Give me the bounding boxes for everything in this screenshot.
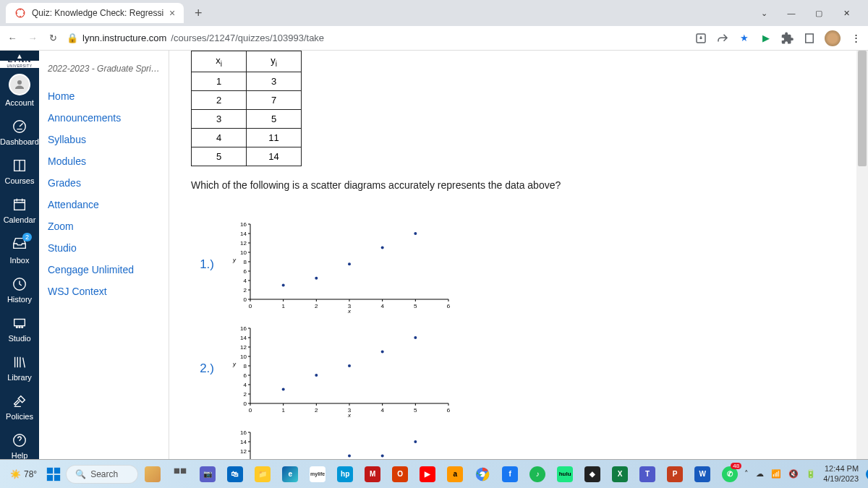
- nav-courses[interactable]: Courses: [0, 152, 39, 191]
- answer-option[interactable]: 2.)02468101214160123456xy: [191, 324, 846, 418]
- maximize-button[interactable]: ▢: [812, 9, 826, 18]
- close-window-button[interactable]: ✕: [839, 9, 854, 18]
- url-path: /courses/21247/quizzes/103993/take: [171, 33, 324, 43]
- svg-point-7: [17, 80, 22, 85]
- browser-tab[interactable]: Quiz: Knowledge Check: Regressi ×: [6, 3, 184, 23]
- svg-point-96: [381, 350, 384, 353]
- course-breadcrumb[interactable]: 2022-2023 - Graduate Sprin...: [48, 64, 160, 74]
- minimize-button[interactable]: —: [784, 9, 799, 18]
- nav-studio[interactable]: Studio: [0, 309, 39, 348]
- svg-text:10: 10: [240, 249, 247, 256]
- table-header-x: xi: [192, 51, 247, 72]
- svg-text:4: 4: [244, 278, 247, 284]
- nav-library[interactable]: Library: [0, 348, 39, 388]
- svg-text:0: 0: [249, 407, 252, 414]
- course-link-home[interactable]: Home: [48, 85, 160, 107]
- svg-text:6: 6: [244, 268, 247, 275]
- install-icon[interactable]: [694, 32, 707, 45]
- course-link-modules[interactable]: Modules: [48, 150, 160, 172]
- course-link-announcements[interactable]: Announcements: [48, 107, 160, 129]
- bookmark-star-icon[interactable]: ★: [738, 32, 751, 45]
- content-scrollbar[interactable]: ▲: [856, 51, 868, 459]
- new-tab-button[interactable]: +: [190, 4, 207, 22]
- back-button[interactable]: ←: [6, 33, 19, 43]
- history-icon: [12, 276, 27, 292]
- nav-inbox[interactable]: 2 Inbox: [0, 230, 39, 270]
- course-link-zoom[interactable]: Zoom: [48, 215, 160, 237]
- svg-text:14: 14: [240, 335, 247, 341]
- answer-option[interactable]: 3.)02468101214160123456xy: [191, 428, 846, 459]
- tab-title: Quiz: Knowledge Check: Regressi: [32, 8, 163, 18]
- tab-strip: Quiz: Knowledge Check: Regressi × + ⌄ — …: [0, 0, 868, 26]
- svg-text:6: 6: [447, 303, 451, 309]
- nav-policies[interactable]: Policies: [0, 388, 39, 427]
- svg-point-55: [381, 246, 384, 249]
- svg-text:6: 6: [447, 407, 451, 414]
- nav-label: Library: [7, 373, 32, 382]
- svg-point-95: [348, 364, 351, 367]
- scrollbar-thumb[interactable]: [858, 51, 867, 166]
- share-icon[interactable]: [716, 32, 729, 45]
- course-link-studio[interactable]: Studio: [48, 237, 160, 259]
- nav-label: Studio: [8, 334, 30, 343]
- course-link-attendance[interactable]: Attendance: [48, 194, 160, 215]
- svg-point-52: [282, 283, 285, 286]
- table-row: 35: [192, 109, 302, 128]
- forward-button[interactable]: →: [26, 33, 39, 43]
- svg-point-1: [20, 9, 21, 10]
- window-controls: ⌄ — ▢ ✕: [757, 9, 862, 18]
- svg-point-136: [348, 454, 351, 457]
- svg-text:12: 12: [240, 448, 247, 455]
- course-link-syllabus[interactable]: Syllabus: [48, 129, 160, 150]
- nav-label: Courses: [5, 176, 35, 185]
- svg-text:y: y: [232, 361, 237, 367]
- svg-text:1: 1: [281, 407, 285, 414]
- svg-text:4: 4: [244, 382, 247, 388]
- reading-list-icon[interactable]: [803, 32, 816, 45]
- address-bar[interactable]: 🔒 lynn.instructure.com/courses/21247/qui…: [67, 33, 324, 43]
- nav-scroll-up[interactable]: ▲: [0, 51, 39, 61]
- profile-avatar[interactable]: [825, 30, 841, 46]
- svg-text:6: 6: [244, 372, 247, 379]
- svg-text:14: 14: [240, 231, 247, 237]
- svg-point-56: [414, 232, 417, 235]
- inbox-badge: 2: [22, 233, 32, 241]
- svg-point-97: [414, 336, 417, 339]
- calendar-icon: [12, 197, 27, 213]
- chart-options: 1.)02468101214160123456xy2.)024681012141…: [191, 220, 846, 459]
- nav-label: Dashboard: [0, 137, 39, 146]
- chevron-down-icon[interactable]: ⌄: [757, 9, 771, 18]
- svg-text:2: 2: [244, 391, 247, 398]
- course-link-wsj[interactable]: WSJ Context: [48, 281, 160, 302]
- more-menu-icon[interactable]: ⋮: [849, 32, 862, 45]
- course-link-grades[interactable]: Grades: [48, 172, 160, 194]
- course-link-cengage[interactable]: Cengage Unlimited: [48, 259, 160, 281]
- svg-text:16: 16: [240, 221, 247, 228]
- svg-text:8: 8: [244, 363, 247, 369]
- nav-history[interactable]: History: [0, 270, 39, 309]
- reload-button[interactable]: ↻: [46, 33, 59, 43]
- tab-close-icon[interactable]: ×: [169, 7, 175, 19]
- answer-option[interactable]: 1.)02468101214160123456xy: [191, 220, 846, 314]
- svg-text:0: 0: [244, 296, 247, 303]
- nav-label: Inbox: [10, 256, 30, 265]
- user-avatar-icon: [9, 74, 30, 95]
- nav-calendar[interactable]: Calendar: [0, 191, 39, 230]
- svg-text:4: 4: [380, 303, 384, 309]
- nav-help[interactable]: Help: [0, 427, 39, 459]
- nav-account[interactable]: Account: [0, 68, 39, 113]
- table-row: 514: [192, 147, 302, 166]
- quiz-content: xiyi 13 27 35 411 514 Which of the follo…: [169, 51, 868, 459]
- extensions-icon[interactable]: [781, 32, 794, 45]
- svg-text:4: 4: [380, 407, 384, 414]
- library-icon: [12, 354, 27, 370]
- help-icon: [12, 432, 27, 448]
- svg-point-13: [19, 327, 20, 328]
- option-label: 3.): [191, 428, 214, 459]
- nav-label: Policies: [6, 412, 33, 421]
- extension-adblock-icon[interactable]: ▶: [760, 32, 773, 45]
- nav-label: Calendar: [4, 215, 36, 224]
- nav-dashboard[interactable]: Dashboard: [0, 113, 39, 152]
- svg-text:5: 5: [414, 407, 417, 414]
- scatter-chart-2: 02468101214160123456xy: [229, 324, 453, 418]
